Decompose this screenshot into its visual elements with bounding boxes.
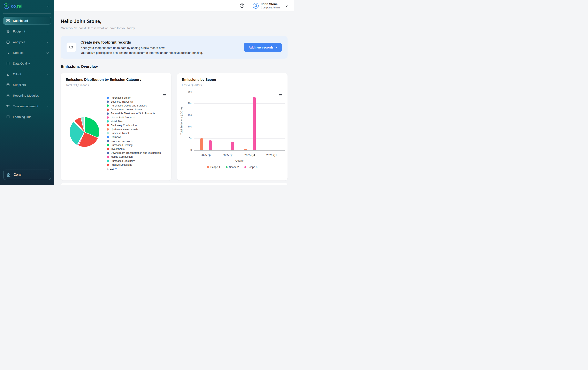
sidebar-item-label: Reporting Modules: [13, 94, 39, 97]
legend-label: Downstream Transportation and Distributi…: [111, 152, 161, 154]
legend-item[interactable]: Hotel Stay: [107, 120, 161, 123]
legend-dot: [107, 97, 109, 99]
legend-item[interactable]: Investments: [107, 147, 161, 151]
legend-item[interactable]: Unknown: [107, 135, 161, 139]
sidebar-item-footprint[interactable]: Footprint: [3, 27, 51, 35]
pie-card-subtitle: Total CO2e in tons: [66, 83, 89, 87]
legend-label: Scope 3: [248, 165, 258, 169]
dashboard-icon: [6, 19, 10, 23]
sidebar-item-label: Suppliers: [13, 83, 26, 87]
emissions-by-scope-card: Emissions by Scope Last 4 Quarters Total…: [177, 73, 288, 180]
legend-item[interactable]: Downstream Transportation and Distributi…: [107, 151, 161, 155]
help-icon[interactable]: [240, 3, 245, 8]
user-avatar-icon[interactable]: [253, 3, 259, 9]
sidebar-item-reduce[interactable]: Reduce: [3, 49, 51, 57]
app-logo[interactable]: co2ral: [3, 3, 23, 9]
hamburger-menu-icon[interactable]: [278, 94, 283, 98]
legend-item[interactable]: Purchased Steam: [107, 96, 161, 100]
add-new-records-button[interactable]: Add new records: [244, 43, 282, 52]
legend-item[interactable]: Process Emissions: [107, 139, 161, 143]
legend-label: Stationary Combustion: [111, 124, 136, 127]
y-tick-label: 25k: [183, 90, 192, 93]
sidebar-item-suppliers[interactable]: Suppliers: [3, 81, 51, 89]
legend-item-scope-1[interactable]: Scope 1: [207, 165, 220, 169]
reduce-icon: [6, 51, 10, 55]
hamburger-menu-icon[interactable]: [162, 94, 167, 98]
legend-item[interactable]: Use of Sold Products: [107, 116, 161, 120]
x-axis-line: [194, 150, 285, 151]
chevron-down-icon: [47, 30, 49, 32]
topbar: John Stone Company Admin: [54, 0, 294, 11]
sidebar-item-data-quality[interactable]: Data Quality: [3, 59, 51, 67]
gridline: [194, 127, 285, 127]
legend-item-scope-3[interactable]: Scope 3: [244, 165, 258, 169]
legend-item[interactable]: Business Travel: [107, 131, 161, 135]
legend-label: Business Travel: [111, 132, 129, 135]
legend-dot: [107, 144, 109, 146]
legend-item[interactable]: Stationary Combustion: [107, 123, 161, 127]
legend-label: End-of-Life Treatment of Sold Products: [111, 112, 155, 115]
sidebar-item-offset[interactable]: Offset: [3, 70, 51, 78]
legend-dot: [107, 104, 109, 107]
legend-item[interactable]: Mobile Combustion: [107, 155, 161, 159]
collapse-sidebar-icon[interactable]: [46, 4, 50, 8]
bar-scope-1-2025-q4: [244, 149, 247, 150]
sidebar-item-dashboard[interactable]: Dashboard: [3, 17, 51, 25]
legend-dot: [107, 112, 109, 115]
create-records-banner: Create new footprint records Keep your f…: [61, 36, 288, 59]
database-icon: [6, 61, 10, 65]
legend-dot: [107, 140, 109, 142]
legend-page-indicator: 1/2: [110, 167, 114, 170]
gridline: [194, 103, 285, 104]
banner-icon-box: [67, 43, 76, 52]
banner-title: Create new footprint records: [81, 40, 240, 45]
sidebar-item-task-management[interactable]: Task management: [3, 102, 51, 110]
user-meta[interactable]: John Stone Company Admin: [261, 2, 280, 9]
legend-item[interactable]: Purchased Goods and Services: [107, 104, 161, 108]
chevron-down-icon: [276, 46, 278, 48]
legend-item[interactable]: Purchased Heating: [107, 143, 161, 147]
sidebar-item-analytics[interactable]: Analytics: [3, 38, 51, 46]
legend-label: Hotel Stay: [111, 120, 123, 123]
legend-dot: [107, 124, 109, 126]
banner-line-2: Your active participation ensures the mo…: [81, 51, 240, 54]
legend-dot: [107, 148, 109, 150]
legend-item[interactable]: Upstream leased assets: [107, 127, 161, 131]
x-tick-label: 2025 Q4: [240, 153, 260, 157]
legend-dot: [107, 156, 109, 158]
legend-dot: [107, 109, 109, 111]
sidebar: co2ral DashboardFootprintAnalyticsReduce…: [0, 0, 54, 185]
legend-dot: [226, 166, 228, 168]
legend-label: Purchased Heating: [111, 144, 132, 147]
chevron-down-icon: [47, 51, 49, 54]
emissions-pie-chart: [69, 117, 100, 147]
sidebar-item-reporting-modules[interactable]: Reporting Modules: [3, 91, 51, 99]
legend-dot: [107, 120, 109, 122]
triangle-down-icon[interactable]: ▼: [115, 167, 117, 170]
footprint-icon: [6, 29, 10, 33]
emissions-distribution-card: Emissions Distribution by Emission Categ…: [61, 73, 171, 180]
sidebar-item-learning-hub[interactable]: Learning Hub: [3, 113, 51, 121]
sidebar-item-label: Task management: [13, 104, 38, 108]
company-switcher-button[interactable]: Coral: [3, 170, 51, 180]
triangle-up-icon[interactable]: ▲: [106, 167, 109, 170]
legend-dot: [107, 116, 109, 119]
gridline: [194, 92, 285, 92]
company-name: Coral: [14, 173, 21, 177]
legend-item-scope-2[interactable]: Scope 2: [226, 165, 239, 169]
legend-item[interactable]: Business Travel: Air: [107, 100, 161, 104]
chevron-down-icon: [47, 105, 49, 107]
legend-label: Scope 1: [210, 165, 220, 169]
bar-scope-1-2025-q2: [200, 138, 203, 150]
x-tick-label: 2025 Q3: [218, 153, 238, 157]
legend-item[interactable]: End-of-Life Treatment of Sold Products: [107, 112, 161, 116]
legend-label: Purchased Goods and Services: [111, 104, 147, 107]
legend-item[interactable]: Fugitive Emissions: [107, 163, 161, 167]
legend-label: Purchased Steam: [111, 96, 131, 99]
banner-line-1: Keep your footprint data up to date by a…: [81, 46, 240, 50]
legend-item[interactable]: Purchased Electricity: [107, 159, 161, 163]
legend-item[interactable]: Downstream Leased Assets: [107, 108, 161, 112]
chevron-down-icon[interactable]: [285, 3, 288, 8]
legend-label: Upstream leased assets: [111, 128, 138, 131]
report-icon: [6, 94, 10, 98]
